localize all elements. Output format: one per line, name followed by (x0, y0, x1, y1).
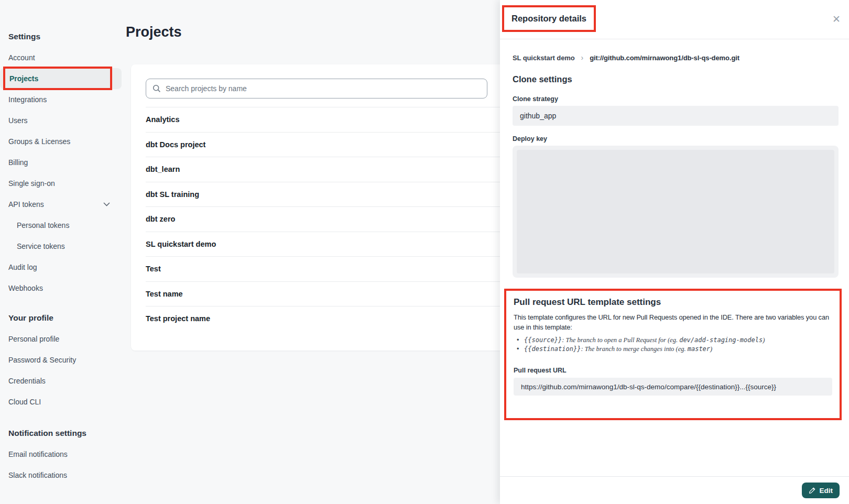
bullet-text: {{source}}: The branch to open a Pull Re… (524, 336, 765, 345)
sidebar-your-profile-heading: Your profile (0, 308, 126, 328)
pull-request-settings-heading: Pull request URL template settings (514, 297, 832, 308)
projects-card: Analytics dbt Docs project dbt_learn dbt… (131, 64, 529, 350)
bullet-text: {{destination}}: The branch to merge cha… (524, 345, 712, 354)
breadcrumb-repo-url: git://github.com/mirnawong1/db-sl-qs-dem… (590, 54, 739, 62)
list-item-destination-variable: • {{destination}}: The branch to merge c… (514, 345, 832, 354)
sidebar-item-label: Integrations (8, 95, 47, 104)
pull-request-settings-description: This template configures the URL for new… (514, 312, 832, 332)
sidebar-item-integrations[interactable]: Integrations (0, 89, 126, 110)
sidebar-item-account[interactable]: Account (0, 47, 126, 68)
variable-example: master (688, 345, 710, 353)
page-title: Projects (126, 24, 182, 40)
variable-description: : The branch to open a Pull Request for … (562, 336, 679, 344)
sidebar-item-webhooks[interactable]: Webhooks (0, 278, 126, 299)
sidebar-heading-label: Your profile (8, 313, 53, 323)
sidebar-item-password-security[interactable]: Password & Security (0, 349, 126, 370)
project-name: dbt_learn (146, 165, 180, 173)
sidebar-item-audit-log[interactable]: Audit log (0, 257, 126, 278)
clone-strategy-label: Clone strategy (513, 95, 839, 103)
variable-example: dev/add-staging-models (679, 336, 763, 344)
sidebar-settings-heading: Settings (0, 26, 126, 47)
description-line: use in this template: (514, 322, 832, 332)
panel-title: Repository details (511, 14, 586, 24)
sidebar-heading-label: Notification settings (8, 429, 86, 438)
bullet-icon: • (517, 345, 524, 354)
sidebar-item-label: Webhooks (8, 284, 43, 292)
sidebar-item-label: Billing (8, 158, 28, 167)
dbt-cloud-settings-page: Settings Account Projects Integrations U… (0, 0, 849, 504)
project-row-sl-quickstart-demo[interactable]: SL quickstart demo (146, 232, 515, 257)
project-row-dbt-docs-project[interactable]: dbt Docs project (146, 132, 515, 157)
project-list: Analytics dbt Docs project dbt_learn dbt… (146, 107, 515, 331)
panel-body: SL quickstart demo › git://github.com/mi… (500, 53, 849, 420)
red-annotation-box-repository-details: Repository details (502, 5, 596, 32)
red-annotation-box-pull-request-settings: Pull request URL template settings This … (504, 289, 842, 420)
sidebar-item-api-tokens[interactable]: API tokens (0, 194, 126, 215)
sidebar-item-label: Password & Security (8, 356, 76, 364)
pull-request-url-label: Pull request URL (514, 367, 832, 374)
sidebar-item-groups-licenses[interactable]: Groups & Licenses (0, 131, 126, 152)
sidebar-item-label: Personal profile (8, 335, 59, 343)
sidebar-item-label: Service tokens (17, 242, 65, 250)
project-row-dbt-zero[interactable]: dbt zero (146, 206, 515, 232)
project-name: Test (146, 265, 161, 273)
sidebar-item-label: Email notifications (8, 450, 68, 458)
sidebar-item-slack-notifications[interactable]: Slack notifications (0, 465, 126, 486)
project-row-test-project-name[interactable]: Test project name (146, 306, 515, 331)
sidebar-item-cloud-cli[interactable]: Cloud CLI (0, 391, 126, 412)
project-name: dbt Docs project (146, 140, 205, 149)
sidebar-item-projects[interactable]: Projects (0, 68, 122, 89)
project-name: Test project name (146, 314, 210, 323)
sidebar-item-service-tokens[interactable]: Service tokens (0, 236, 126, 257)
project-row-dbt-sl-training[interactable]: dbt SL training (146, 182, 515, 207)
project-row-dbt-learn[interactable]: dbt_learn (146, 157, 515, 182)
sidebar-item-credentials[interactable]: Credentials (0, 370, 126, 391)
edit-button-label: Edit (820, 487, 833, 495)
project-name: Analytics (146, 115, 179, 124)
sidebar-notification-settings-heading: Notification settings (0, 423, 126, 444)
sidebar-item-label: Personal tokens (17, 221, 69, 229)
panel-header: Repository details ✕ (500, 0, 849, 39)
sidebar-item-label: Cloud CLI (8, 398, 41, 406)
deploy-key-redacted-value (517, 150, 834, 273)
sidebar-item-label: Projects (9, 74, 38, 83)
clone-strategy-field: github_app (513, 106, 839, 126)
sidebar-item-personal-profile[interactable]: Personal profile (0, 328, 126, 349)
edit-button[interactable]: Edit (802, 483, 840, 498)
close-glyph: ✕ (832, 13, 841, 25)
sidebar-item-users[interactable]: Users (0, 110, 126, 131)
project-name: dbt SL training (146, 190, 199, 199)
sidebar-item-single-sign-on[interactable]: Single sign-on (0, 173, 126, 194)
project-name: Test name (146, 290, 183, 298)
search-icon (153, 84, 161, 93)
close-icon[interactable]: ✕ (829, 12, 844, 26)
sidebar-item-label: Users (8, 116, 28, 125)
project-row-analytics[interactable]: Analytics (146, 107, 515, 132)
project-search[interactable] (146, 79, 487, 98)
sidebar-item-billing[interactable]: Billing (0, 152, 126, 173)
sidebar-item-personal-tokens[interactable]: Personal tokens (0, 215, 126, 236)
deploy-key-field (513, 146, 839, 278)
pencil-icon (809, 487, 816, 494)
breadcrumb-project-link[interactable]: SL quickstart demo (513, 54, 575, 62)
project-name: SL quickstart demo (146, 240, 216, 248)
sidebar-item-label: Account (8, 53, 35, 62)
description-line: This template configures the URL for new… (514, 312, 832, 322)
project-name: dbt zero (146, 215, 175, 223)
sidebar-item-email-notifications[interactable]: Email notifications (0, 444, 126, 465)
project-row-test-name[interactable]: Test name (146, 281, 515, 306)
variable-description: : The branch to merge changes into (eg. (581, 345, 687, 353)
clone-settings-heading: Clone settings (513, 74, 839, 84)
sidebar-item-label: Credentials (8, 377, 46, 385)
project-row-test[interactable]: Test (146, 256, 515, 281)
sidebar-settings-heading-label: Settings (8, 32, 40, 41)
template-variable-list: • {{source}}: The branch to open a Pull … (514, 336, 832, 353)
chevron-right-icon: › (581, 53, 584, 62)
search-input[interactable] (166, 84, 481, 93)
bullet-icon: • (517, 336, 524, 345)
closing-paren: ) (710, 345, 712, 353)
sidebar-item-label: Single sign-on (8, 179, 55, 188)
pull-request-url-value: https://github.com/mirnawong1/db-sl-qs-d… (521, 383, 776, 391)
sidebar-item-label: API tokens (8, 200, 44, 209)
variable-token: {{destination}} (524, 345, 581, 353)
